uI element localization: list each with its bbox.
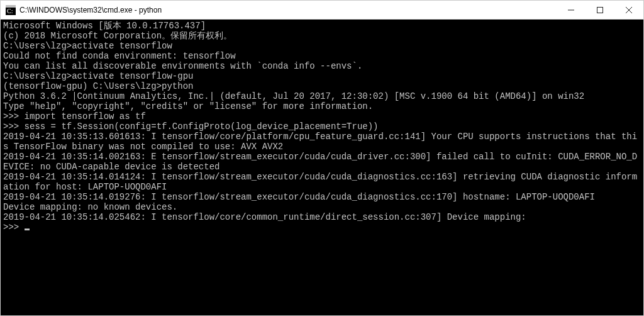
terminal-line: 2019-04-21 10:35:14.025462: I tensorflow… (3, 212, 641, 222)
terminal-line: Microsoft Windows [版本 10.0.17763.437] (3, 21, 641, 31)
terminal-line: >>> import tensorflow as tf (3, 111, 641, 121)
svg-text:C:: C: (7, 8, 13, 14)
window-buttons (557, 1, 643, 19)
terminal-line: C:\Users\lzg>activate tensorflow (3, 41, 641, 51)
terminal-line: Device mapping: no known devices. (3, 202, 641, 212)
terminal-line: (tensorflow-gpu) C:\Users\lzg>python (3, 81, 641, 91)
terminal-line: 2019-04-21 10:35:14.019276: I tensorflow… (3, 192, 641, 202)
terminal-prompt[interactable]: >>> (3, 222, 641, 232)
terminal-line: 2019-04-21 10:35:13.601613: I tensorflow… (3, 132, 641, 152)
close-button[interactable] (614, 1, 643, 19)
terminal-output[interactable]: Microsoft Windows [版本 10.0.17763.437](c)… (1, 20, 643, 315)
terminal-line: (c) 2018 Microsoft Corporation。保留所有权利。 (3, 31, 641, 41)
terminal-line: You can list all discoverable environmen… (3, 61, 641, 71)
svg-rect-4 (597, 7, 603, 13)
maximize-button[interactable] (586, 1, 614, 19)
terminal-line: C:\Users\lzg>activate tensorflow-gpu (3, 71, 641, 81)
titlebar[interactable]: C: C:\WINDOWS\system32\cmd.exe - python (1, 1, 643, 20)
minimize-button[interactable] (557, 1, 586, 19)
cursor (25, 229, 30, 230)
terminal-line: 2019-04-21 10:35:14.002163: E tensorflow… (3, 152, 641, 172)
window-title: C:\WINDOWS\system32\cmd.exe - python (19, 6, 162, 14)
terminal-line: Type "help", "copyright", "credits" or "… (3, 101, 641, 111)
cmd-window: C: C:\WINDOWS\system32\cmd.exe - python … (0, 0, 644, 316)
terminal-line: Could not find conda environment: tensor… (3, 51, 641, 61)
cmd-icon: C: (6, 5, 16, 15)
terminal-line: 2019-04-21 10:35:14.014124: I tensorflow… (3, 172, 641, 192)
terminal-line: Python 3.6.2 |Continuum Analytics, Inc.|… (3, 91, 641, 101)
terminal-line: >>> sess = tf.Session(config=tf.ConfigPr… (3, 121, 641, 132)
